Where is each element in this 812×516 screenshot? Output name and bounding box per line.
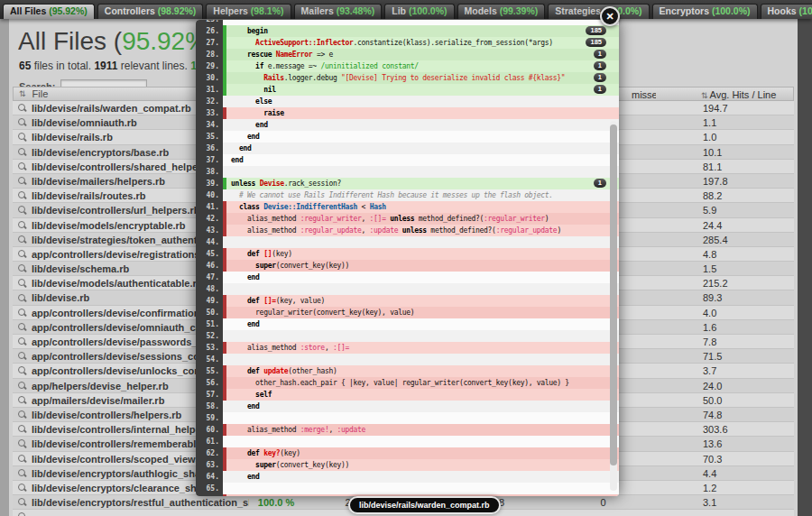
table-cell: 24.4 — [655, 218, 794, 233]
line-number: 47. — [196, 272, 223, 283]
line-number: 50. — [196, 307, 223, 318]
table-cell: 13.6 — [655, 437, 794, 451]
line-number: 34. — [196, 119, 223, 131]
magnifier-icon — [18, 118, 27, 127]
table-cell: 74.8 — [655, 408, 794, 422]
code-line: 50. regular_writer(convert_key(key), val… — [196, 307, 619, 318]
code-line: 35. end — [196, 131, 619, 143]
hits-badge: 1 — [594, 85, 606, 94]
magnifier-icon — [18, 235, 27, 244]
code-line: 29. if e.message =~ /uninitialized const… — [196, 60, 619, 72]
group-tab[interactable]: All Files (95.92%) — [3, 4, 95, 19]
table-cell: 71.5 — [655, 349, 794, 364]
table-cell: 215.2 — [655, 276, 794, 290]
magnifier-icon — [18, 512, 27, 516]
code-line: 37.end — [196, 154, 619, 166]
table-cell — [655, 510, 794, 516]
line-number: 62. — [196, 447, 223, 459]
line-number: 35. — [196, 131, 223, 143]
close-icon[interactable]: ✕ — [600, 6, 620, 26]
line-number: 27. — [196, 37, 223, 49]
code-line: 30. Rails.logger.debug "[Devise] Trying … — [196, 72, 619, 84]
line-number: 53. — [196, 342, 223, 354]
line-number: 41. — [196, 201, 223, 213]
file-link[interactable]: lib/devise/encryptors/restful_authentica… — [13, 495, 249, 510]
table-cell: 50.0 — [655, 393, 794, 408]
group-tab[interactable]: Hooks (100.0%) — [761, 4, 812, 19]
code-line: 56. other_hash.each_pair { |key, value| … — [196, 377, 619, 389]
table-cell: 89.3 — [655, 290, 794, 305]
line-number: 29. — [196, 60, 223, 72]
file-link[interactable] — [13, 510, 249, 516]
code-line: 42. alias_method :regular_writer, :[]= u… — [196, 213, 619, 225]
code-line: 39.unless Devise.rack_session?1 — [196, 178, 619, 189]
table-cell: 70.3 — [655, 452, 794, 466]
modal-scrollbar-thumb[interactable] — [610, 124, 617, 465]
line-number: 32. — [196, 96, 223, 107]
table-cell — [551, 510, 655, 516]
line-number: 51. — [196, 318, 223, 330]
line-number: 42. — [196, 213, 223, 225]
line-number: 65. — [196, 483, 223, 494]
table-cell: 1.5 — [655, 262, 794, 276]
magnifier-icon — [18, 396, 27, 405]
group-tab[interactable]: Encryptors (100.0%) — [652, 4, 758, 19]
group-tab[interactable]: Lib (100.0%) — [384, 4, 454, 19]
table-cell: 24.0 — [655, 379, 794, 393]
line-number: 36. — [196, 143, 223, 154]
table-cell: 0 — [551, 495, 655, 510]
group-tab[interactable]: Helpers (98.1%) — [206, 4, 291, 19]
magnifier-icon — [18, 250, 27, 259]
line-number: 55. — [196, 365, 223, 377]
code-line: 49. def []=(key, value) — [196, 295, 619, 307]
line-number: 40. — [196, 189, 223, 201]
table-cell: 4.0 — [655, 306, 794, 320]
code-line: 63. super(convert_key(key)) — [196, 459, 619, 471]
code-line: 31. nil1 — [196, 84, 619, 96]
line-number: 33. — [196, 107, 223, 119]
magnifier-icon — [18, 206, 27, 215]
group-tab[interactable]: Models (99.39%) — [457, 4, 546, 19]
code-line: 41. class Devise::IndifferentHash < Hash — [196, 201, 619, 213]
group-tab[interactable]: Controllers (98.92%) — [97, 4, 204, 19]
hits-badge: 1 — [594, 73, 606, 82]
code-line: 58. end — [196, 401, 619, 412]
line-number: 64. — [196, 471, 223, 483]
table-cell: 100.0 % — [249, 495, 303, 510]
table-cell — [249, 510, 303, 516]
table-cell: 194.7 — [655, 101, 794, 115]
magnifier-icon — [18, 410, 27, 419]
code-line: 47. end — [196, 272, 619, 283]
code-line: 53. alias_method :store, :[]= — [196, 342, 619, 354]
code-line: 57. self — [196, 389, 619, 401]
line-number: 28. — [196, 49, 223, 60]
line-number: 38. — [196, 166, 223, 178]
code-line: 46. super(convert_key(key)) — [196, 260, 619, 272]
group-tabs-bar: All Files (95.92%)Controllers (98.92%)He… — [0, 0, 812, 19]
hits-badge: 1 — [594, 179, 606, 188]
line-number: 39. — [196, 178, 223, 189]
line-number: 59. — [196, 412, 223, 424]
code-line: 62. def key?(key) — [196, 447, 619, 459]
group-tab[interactable]: Mailers (93.48%) — [294, 4, 383, 19]
code-line: 60. alias_method :merge!, :update — [196, 424, 619, 436]
sort-icon: ⇅ — [19, 88, 26, 100]
magnifier-icon — [18, 177, 27, 186]
code-line: 55. def update(other_hash) — [196, 365, 619, 377]
group-tab[interactable]: Strategies (100.0%) — [548, 4, 649, 19]
code-line: 52. — [196, 330, 619, 342]
source-code: 25.26. begin18527. ActiveSupport::Inflec… — [196, 20, 619, 496]
column-header-avg-hits[interactable]: ⇅Avg. Hits / Line — [656, 88, 793, 100]
line-number: 37. — [196, 154, 223, 166]
line-number: 60. — [196, 424, 223, 436]
line-number: 30. — [196, 72, 223, 84]
hits-badge: 185 — [586, 38, 606, 47]
table-cell: 1.1 — [655, 115, 794, 130]
table-cell: 1.6 — [655, 320, 794, 335]
filename-tooltip: lib/devise/rails/warden_compat.rb — [348, 496, 501, 514]
code-line: 36. end — [196, 143, 619, 154]
code-line: 64. end — [196, 471, 619, 483]
line-number: 46. — [196, 260, 223, 272]
magnifier-icon — [18, 191, 27, 200]
line-number: 58. — [196, 401, 223, 412]
